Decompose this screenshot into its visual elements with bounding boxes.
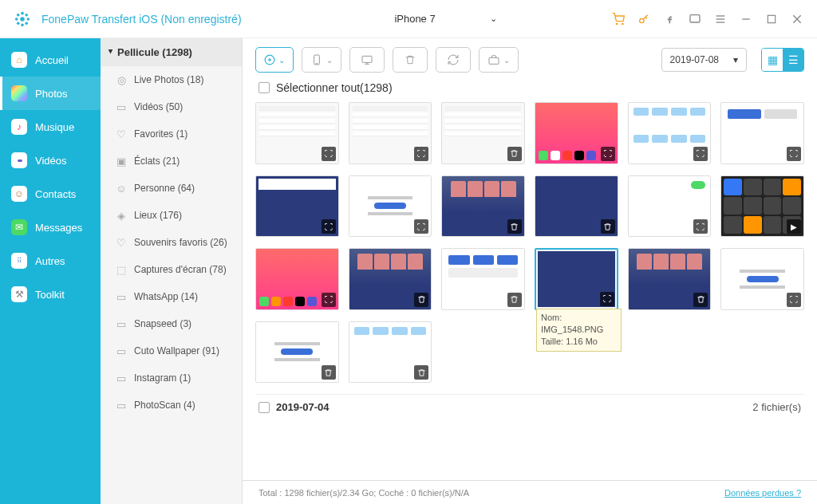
toolkit-icon: ⚒ (11, 286, 27, 302)
photo-thumbnail[interactable]: ⛶ (720, 102, 804, 164)
toolbox-button[interactable]: ⌄ (479, 47, 519, 73)
menu-icon[interactable] (713, 12, 728, 26)
photo-thumbnail[interactable]: ⛶ (255, 102, 339, 164)
trash-icon (507, 293, 522, 307)
date-filter[interactable]: 2019-07-08▾ (661, 48, 747, 72)
folder-icon: ▭ (115, 290, 128, 303)
trash-icon (507, 147, 522, 161)
nav-label: Accueil (35, 54, 69, 66)
nav-home[interactable]: ⌂Accueil (0, 43, 101, 77)
photo-thumbnail[interactable]: ⛶ (349, 175, 432, 238)
svg-point-10 (622, 23, 623, 24)
nav-others[interactable]: ⠿Autres (0, 244, 101, 278)
album-photoscan[interactable]: ▭PhotoScan (4) (101, 392, 242, 419)
list-view-button[interactable]: ☰ (783, 49, 803, 71)
nav-label: Toolkit (35, 289, 65, 301)
left-nav: ⌂Accueil Photos ♪Musique •••Vidéos ☺Cont… (0, 38, 101, 504)
album-label: Live Photos (18) (134, 74, 203, 85)
photo-thumbnail[interactable]: ⛶ (720, 248, 804, 310)
photo-thumbnail[interactable]: ⛶ Nom: IMG_1548.PNG Taille: 1.16 Mo (535, 248, 618, 310)
add-button[interactable]: ⌄ (255, 47, 294, 73)
facebook-icon[interactable] (662, 12, 677, 26)
folder-icon: ▭ (115, 399, 128, 411)
svg-point-3 (15, 18, 18, 21)
album-instagram[interactable]: ▭Instagram (1) (101, 364, 242, 392)
nav-messages[interactable]: ✉Messages (0, 211, 101, 244)
maximize-button[interactable] (764, 12, 779, 26)
album-header-label: Pellicule (1298) (117, 46, 192, 58)
titlebar: FonePaw Transfert iOS (Non enregistré) i… (0, 0, 817, 38)
album-memories[interactable]: ♡Souvenirs favoris (26) (101, 229, 242, 256)
nav-contacts[interactable]: ☺Contacts (0, 177, 101, 211)
close-button[interactable] (790, 12, 804, 26)
heart-icon: ♡ (115, 128, 128, 140)
crop-icon: ⛶ (601, 147, 615, 161)
album-live-photos[interactable]: ◎Live Photos (18) (101, 66, 242, 93)
triangle-down-icon: ▾ (733, 54, 738, 65)
photo-thumbnail[interactable] (349, 321, 432, 384)
delete-button[interactable] (393, 47, 428, 73)
photo-thumbnail[interactable] (628, 248, 712, 310)
device-selector[interactable]: iPhone 7 ⌄ (355, 7, 531, 31)
refresh-button[interactable] (436, 47, 471, 73)
home-icon: ⌂ (11, 52, 27, 68)
album-label: Éclats (21) (134, 156, 180, 167)
key-icon[interactable] (637, 12, 651, 26)
thumbnail-grid[interactable]: ⛶ ⛶ ⛶ ⛶ ⛶ ⛶ ⛶ ⛶ ▶ ⛶ ⛶ (243, 102, 817, 480)
nav-label: Photos (35, 88, 67, 100)
lost-data-link[interactable]: Données perdues ? (724, 488, 801, 498)
photo-thumbnail[interactable]: ⛶ (349, 102, 432, 164)
select-all-checkbox[interactable] (259, 82, 270, 93)
photo-thumbnail[interactable] (349, 248, 432, 310)
album-snapseed[interactable]: ▭Snapseed (3) (101, 310, 242, 337)
cart-icon[interactable] (611, 12, 626, 26)
minimize-button[interactable] (739, 12, 753, 26)
grid-icon: ⠿ (11, 253, 27, 269)
photo-thumbnail[interactable]: ⛶ (535, 102, 618, 164)
photo-thumbnail[interactable]: ⛶ (628, 102, 712, 164)
album-bursts[interactable]: ▣Éclats (21) (101, 148, 242, 175)
nav-music[interactable]: ♪Musique (0, 110, 101, 144)
album-favorites[interactable]: ♡Favorites (1) (101, 120, 242, 148)
section-checkbox[interactable] (259, 402, 270, 413)
album-label: Cuto Wallpaper (91) (134, 345, 219, 356)
nav-label: Musique (35, 121, 74, 133)
chevron-down-icon: ⌄ (490, 14, 497, 24)
date-value: 2019-07-08 (670, 54, 719, 65)
album-people[interactable]: ☺Personne (64) (101, 175, 242, 202)
trash-icon (507, 219, 522, 234)
album-screenshots[interactable]: ⬚Captures d'écran (78) (101, 256, 242, 283)
photo-thumbnail[interactable] (255, 321, 339, 384)
nav-videos[interactable]: •••Vidéos (0, 144, 101, 177)
trash-icon (414, 365, 428, 380)
album-header[interactable]: ▴Pellicule (1298) (101, 38, 242, 66)
select-all-label: Sélectionner tout(1298) (276, 81, 393, 94)
photo-thumbnail[interactable] (441, 248, 525, 310)
folder-icon: ▭ (115, 372, 128, 384)
svg-point-2 (21, 23, 24, 26)
photo-thumbnail[interactable]: ⛶ (255, 248, 339, 310)
nav-photos[interactable]: Photos (0, 77, 101, 110)
album-whatsapp[interactable]: ▭WhatsApp (14) (101, 283, 242, 310)
export-pc-button[interactable] (349, 47, 385, 73)
photo-thumbnail[interactable] (535, 175, 618, 238)
photo-thumbnail[interactable] (441, 175, 525, 238)
album-cuto[interactable]: ▭Cuto Wallpaper (91) (101, 337, 242, 364)
feedback-icon[interactable] (688, 12, 702, 26)
photo-thumbnail[interactable]: ⛶ (628, 175, 712, 238)
nav-toolkit[interactable]: ⚒Toolkit (0, 278, 101, 311)
export-device-button[interactable]: ⌄ (302, 47, 341, 73)
album-label: Lieux (176) (134, 210, 182, 221)
photo-thumbnail[interactable]: ⛶ (255, 175, 339, 238)
album-places[interactable]: ◈Lieux (176) (101, 202, 242, 229)
album-videos[interactable]: ▭Vidéos (50) (101, 93, 242, 120)
chevron-down-icon: ⌄ (278, 56, 285, 65)
photo-thumbnail[interactable]: ▶ (720, 175, 804, 238)
crop-icon: ⛶ (600, 292, 614, 306)
grid-view-button[interactable]: ▦ (762, 49, 783, 71)
section-date: 2019-07-04 (276, 401, 330, 413)
burst-icon: ▣ (115, 155, 128, 167)
photo-thumbnail[interactable] (441, 102, 525, 164)
messages-icon: ✉ (11, 219, 27, 235)
svg-point-11 (640, 18, 644, 22)
